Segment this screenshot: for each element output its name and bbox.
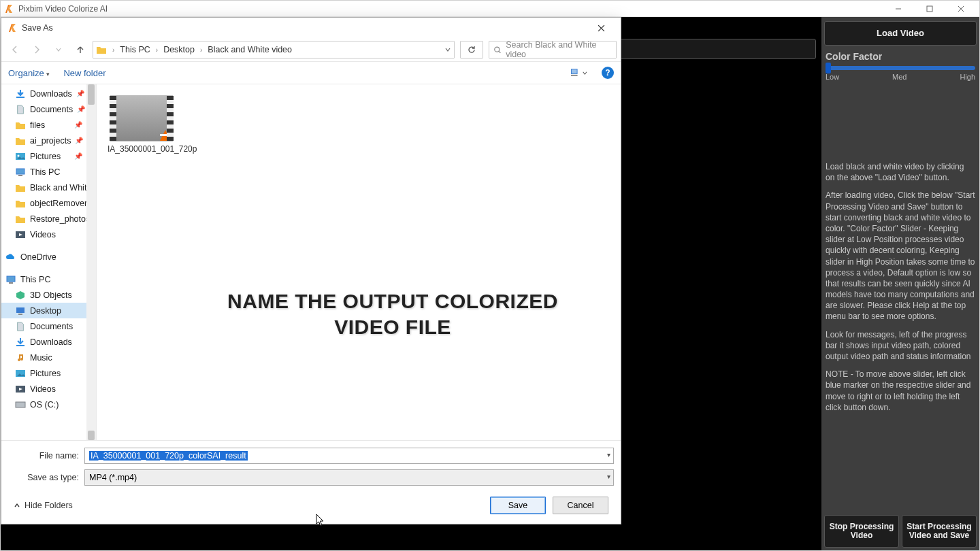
- svg-rect-4: [571, 75, 578, 76]
- breadcrumb-current[interactable]: Black and White video: [208, 45, 292, 54]
- tree-item-files[interactable]: files📌: [1, 117, 96, 133]
- tree-item-pictures[interactable]: Pictures📌: [1, 148, 96, 164]
- tree-item-pc-videos[interactable]: Videos: [1, 381, 96, 397]
- save-button[interactable]: Save: [490, 497, 546, 514]
- hide-folders-toggle[interactable]: Hide Folders: [14, 501, 73, 510]
- start-processing-button[interactable]: Start Processing Video and Save: [902, 515, 977, 548]
- file-item-label: IA_35000001_001_720p: [108, 144, 176, 154]
- file-list-area[interactable]: IA_35000001_001_720p NAME THE OUTPUT COL…: [97, 84, 621, 440]
- chevron-right-icon: ›: [200, 46, 202, 54]
- slider-label-low: Low: [826, 73, 839, 81]
- load-video-button[interactable]: Load Video: [824, 21, 977, 46]
- svg-point-6: [18, 154, 20, 156]
- view-options-button[interactable]: [570, 65, 588, 80]
- savetype-select[interactable]: MP4 (*.mp4) ▾: [84, 469, 614, 486]
- chevron-up-icon: [14, 502, 20, 509]
- app-title: Pixbim Video Colorize AI: [18, 4, 108, 14]
- dialog-toolbar: Organize ▾ New folder ?: [1, 61, 621, 84]
- nav-back-button[interactable]: [5, 40, 24, 59]
- app-icon: [7, 22, 18, 33]
- svg-rect-8: [18, 175, 22, 176]
- pin-icon: 📌: [75, 137, 83, 144]
- folder-icon: [96, 45, 107, 54]
- chevron-right-icon: ›: [112, 46, 114, 54]
- svg-rect-12: [16, 307, 24, 313]
- search-icon: [493, 46, 502, 54]
- panel-help-text: Load black and white video by clicking o…: [824, 161, 977, 420]
- recent-locations-button[interactable]: [49, 40, 68, 59]
- chevron-right-icon: ›: [156, 46, 158, 54]
- nav-forward-button[interactable]: [27, 40, 46, 59]
- tree-scrollbar[interactable]: [86, 84, 96, 440]
- app-icon: [3, 3, 14, 14]
- breadcrumb-desktop[interactable]: Desktop: [163, 45, 195, 54]
- new-folder-button[interactable]: New folder: [63, 68, 105, 78]
- tree-item-bw[interactable]: Black and White: [1, 180, 96, 195]
- tree-item-onedrive[interactable]: OneDrive: [1, 249, 96, 265]
- chevron-down-icon[interactable]: ▾: [607, 451, 610, 458]
- tree-item-this-pc-quick[interactable]: This PC: [1, 164, 96, 180]
- tree-item-restore[interactable]: Restore_photos: [1, 211, 96, 227]
- tree-item-ai-projects[interactable]: ai_projects📌: [1, 133, 96, 148]
- organize-menu[interactable]: Organize ▾: [8, 68, 50, 78]
- annotation-overlay: NAME THE OUTPUT COLORIZED VIDEO FILE: [206, 288, 580, 339]
- tree-item-videos-quick[interactable]: Videos: [1, 227, 96, 242]
- savetype-value: MP4 (*.mp4): [89, 473, 137, 482]
- search-placeholder: Search Black and White video: [506, 40, 612, 59]
- stop-processing-button[interactable]: Stop Processing Video: [824, 515, 899, 548]
- breadcrumb-this-pc[interactable]: This PC: [120, 45, 150, 54]
- chevron-down-icon[interactable]: [444, 46, 451, 53]
- color-factor-slider[interactable]: Low Med High: [824, 65, 977, 81]
- tree-item-objectremover[interactable]: objectRemoverS: [1, 195, 96, 211]
- tree-item-os-c[interactable]: OS (C:): [1, 397, 96, 412]
- nav-tree[interactable]: Downloads📌 Documents📌 files📌 ai_projects…: [1, 84, 97, 440]
- svg-rect-7: [16, 169, 24, 174]
- savetype-label: Save as type:: [8, 473, 84, 482]
- tree-item-3d-objects[interactable]: 3D Objects: [1, 287, 96, 303]
- tree-item-desktop[interactable]: Desktop: [1, 303, 96, 318]
- chevron-down-icon[interactable]: ▾: [607, 473, 610, 480]
- svg-rect-0: [927, 6, 932, 12]
- search-input[interactable]: Search Black and White video: [489, 41, 617, 59]
- save-as-dialog: Save As › This PC › Desktop › Black and …: [1, 17, 621, 524]
- chevron-down-icon: [582, 70, 588, 76]
- help-button[interactable]: ?: [602, 67, 614, 79]
- window-maximize-button[interactable]: [914, 1, 945, 16]
- pin-icon: 📌: [74, 152, 82, 160]
- svg-rect-16: [16, 402, 25, 407]
- pin-icon: 📌: [77, 105, 85, 113]
- window-minimize-button[interactable]: [883, 1, 914, 16]
- svg-point-1: [495, 47, 500, 52]
- svg-rect-11: [9, 282, 13, 284]
- progress-segment: [418, 522, 816, 546]
- slider-thumb[interactable]: [826, 63, 831, 73]
- slider-label-high: High: [960, 73, 975, 81]
- tree-item-downloads[interactable]: Downloads📌: [1, 86, 96, 101]
- tree-item-pc-pictures[interactable]: Pictures: [1, 365, 96, 381]
- app-window: Pixbim Video Colorize AI Load Video Colo…: [0, 0, 980, 551]
- progress-segment: [6, 522, 411, 546]
- filename-value: IA_35000001_001_720p_colorSAI_result: [89, 451, 248, 461]
- refresh-button[interactable]: [460, 41, 483, 59]
- right-panel: Load Video Color Factor Low Med High Loa…: [821, 17, 979, 550]
- slider-label-med: Med: [892, 73, 906, 81]
- file-item[interactable]: IA_35000001_001_720p: [108, 95, 176, 154]
- video-thumbnail-icon: [110, 95, 173, 141]
- tree-item-pc-downloads[interactable]: Downloads: [1, 334, 96, 350]
- dialog-close-button[interactable]: [587, 18, 615, 37]
- tree-item-music[interactable]: Music: [1, 350, 96, 365]
- tree-item-pc-documents[interactable]: Documents: [1, 318, 96, 334]
- chevron-down-icon: ▾: [46, 71, 50, 78]
- filename-input[interactable]: IA_35000001_001_720p_colorSAI_result ▾: [84, 448, 614, 464]
- dialog-nav-row: › This PC › Desktop › Black and White vi…: [1, 38, 621, 61]
- nav-up-button[interactable]: [71, 40, 90, 59]
- app-titlebar: Pixbim Video Colorize AI: [1, 1, 979, 17]
- dialog-bottom: File name: IA_35000001_001_720p_colorSAI…: [1, 440, 621, 524]
- tree-item-documents[interactable]: Documents📌: [1, 101, 96, 117]
- tree-item-this-pc[interactable]: This PC: [1, 271, 96, 287]
- window-close-button[interactable]: [945, 1, 977, 16]
- address-bar[interactable]: › This PC › Desktop › Black and White vi…: [93, 41, 455, 59]
- dialog-title: Save As: [22, 23, 53, 33]
- cancel-button[interactable]: Cancel: [553, 497, 608, 514]
- svg-rect-13: [18, 314, 22, 315]
